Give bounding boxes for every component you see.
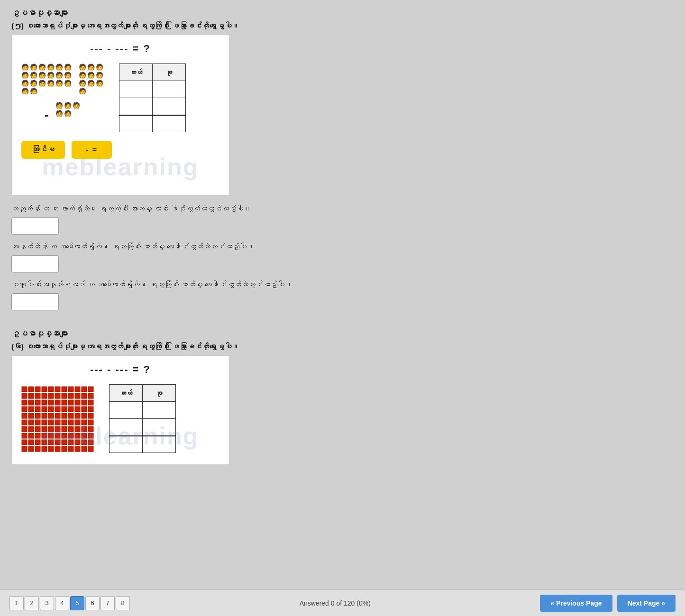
yellow-btn-1[interactable]: အငြိမ	[21, 141, 65, 159]
question-text-2: အနုတ်ကိန်း က ဘယ်လောက်ရှိလဲ။ ရေတွက်ပြီး အ…	[11, 241, 415, 253]
table-row	[153, 115, 186, 132]
table-row	[110, 436, 143, 453]
question-text-1: တညကိန်း က ဘ လောက်ရှိလဲ။ ရေတွက်ပြီး အောကမ…	[11, 203, 415, 215]
exercise-box-1: --- - --- = ? 🧑🧑🧑🧑🧑🧑🧑🧑🧑🧑 🧑🧑🧑🧑🧑🧑🧑🧑🧑🧑	[11, 35, 229, 196]
page-num-6[interactable]: 6	[85, 596, 100, 610]
table-row	[143, 436, 176, 453]
answer-input-2[interactable]	[11, 255, 59, 272]
answer-input-1[interactable]	[11, 217, 59, 235]
page-num-2[interactable]: 2	[25, 596, 39, 610]
data-table-2: ဆယ် ခု	[109, 384, 176, 453]
figures-area-1: 🧑🧑🧑🧑🧑🧑🧑🧑🧑🧑 🧑🧑🧑🧑🧑🧑🧑🧑🧑🧑 🧑🧑🧑🧑 🧑🧑🧑🧑 🧑🧑	[21, 63, 110, 128]
section2-question-label: (၆) ပေးထားသောရုပ်ပုံများမှ အရေအတွက်များက…	[11, 343, 415, 351]
page-num-1[interactable]: 1	[9, 596, 24, 610]
equation-2: --- - --- = ?	[21, 363, 219, 376]
table-row	[143, 402, 176, 419]
page-num-4[interactable]: 4	[55, 596, 69, 610]
table-row	[119, 81, 153, 98]
table-row	[143, 419, 176, 436]
answer-input-3[interactable]	[11, 293, 59, 310]
svg-rect-1	[21, 386, 94, 453]
table-row	[119, 98, 153, 115]
question-text-3: စုစုပေါင်းအနုတ်ရလဒ် က ဘယ်လောက်ရှိလဲ။ ရေတ…	[11, 279, 415, 290]
equation-1: --- - --- = ?	[21, 43, 219, 55]
exercise-box-2: --- - --- = ?	[11, 355, 229, 465]
yellow-btn-2[interactable]: - =	[72, 141, 112, 159]
col-header-ten: ဆယ်	[119, 64, 153, 81]
table-row	[110, 402, 143, 419]
prev-page-button[interactable]: « Previous Page	[540, 595, 612, 612]
data-table-1: ဆယ် ခု	[119, 63, 186, 132]
section1-question-label: (၅) ပေးထားသောရုပ်ပုံများမှ အရေအတွက်များက…	[11, 22, 415, 30]
page-num-8[interactable]: 8	[116, 596, 130, 610]
red-blocks-figure	[21, 386, 95, 455]
page-num-7[interactable]: 7	[100, 596, 115, 610]
table-row	[153, 81, 186, 98]
page-numbers: 1 2 3 4 5 6 7 8	[9, 596, 130, 610]
table-row	[153, 98, 186, 115]
table-row	[110, 419, 143, 436]
page-num-5[interactable]: 5	[70, 596, 84, 610]
next-page-button[interactable]: Next Page »	[617, 595, 676, 612]
answered-status: Answered 0 of 120 (0%)	[130, 599, 540, 607]
col-header-ten-2: ဆယ်	[110, 385, 143, 402]
nav-buttons: « Previous Page Next Page »	[540, 595, 676, 612]
section2-title: ဥပမာပုစ္ဆာများ	[11, 329, 415, 339]
table-row	[119, 115, 153, 132]
bottom-bar: 1 2 3 4 5 6 7 8 Answered 0 of 120 (0%) «…	[0, 589, 685, 616]
col-header-unit-2: ခု	[143, 385, 176, 402]
page-num-3[interactable]: 3	[40, 596, 54, 610]
col-header-unit: ခု	[153, 64, 186, 81]
section1-title: ဥပမာပုစ္ဆာများ	[11, 9, 415, 18]
